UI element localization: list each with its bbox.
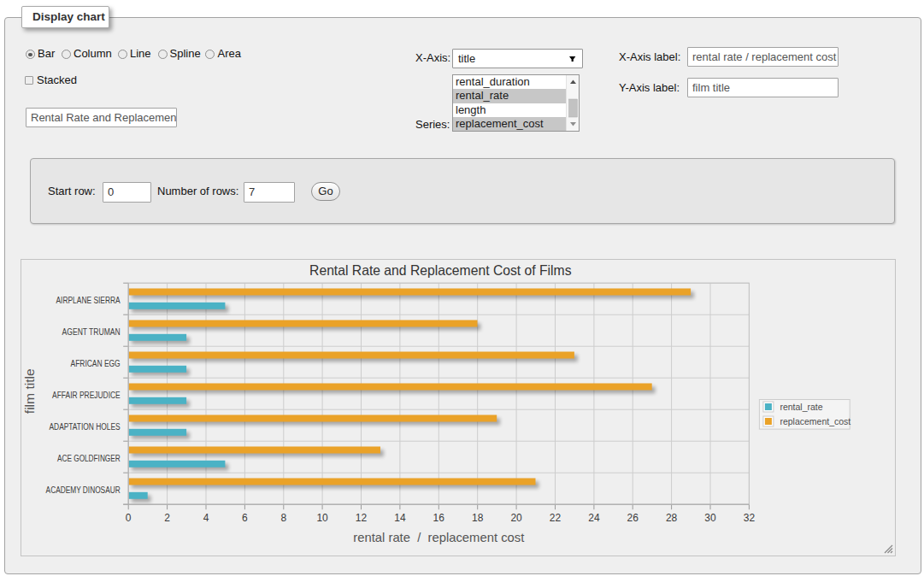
svg-text:AGENT TRUMAN: AGENT TRUMAN (62, 327, 121, 337)
svg-text:26: 26 (627, 512, 639, 524)
svg-text:32: 32 (744, 512, 756, 524)
svg-text:6: 6 (242, 512, 248, 524)
svg-text:14: 14 (394, 512, 406, 524)
svg-text:Rental Rate and Replacement Co: Rental Rate and Replacement Cost of Film… (309, 262, 572, 278)
svg-text:8: 8 (280, 512, 286, 524)
svg-text:AFFAIR PREJUDICE: AFFAIR PREJUDICE (52, 391, 121, 400)
svg-text:12: 12 (356, 512, 368, 524)
svg-text:ACADEMY DINOSAUR: ACADEMY DINOSAUR (46, 485, 121, 495)
svg-text:24: 24 (588, 512, 600, 524)
svg-text:16: 16 (433, 512, 445, 524)
svg-text:18: 18 (472, 512, 484, 524)
svg-text:0: 0 (126, 512, 132, 524)
svg-text:4: 4 (203, 512, 209, 524)
svg-text:ACE GOLDFINGER: ACE GOLDFINGER (57, 454, 121, 463)
svg-text:rental_rate: rental_rate (780, 402, 822, 412)
svg-text:2: 2 (164, 512, 170, 524)
svg-text:rental rate / replacement co: rental rate / replacement cost (353, 531, 524, 544)
svg-text:replacement_cost: replacement_cost (780, 416, 850, 426)
svg-text:22: 22 (550, 512, 562, 524)
svg-text:30: 30 (704, 512, 716, 524)
svg-text:film title: film title (24, 368, 38, 414)
svg-text:AIRPLANE SIERRA: AIRPLANE SIERRA (56, 296, 121, 305)
svg-text:28: 28 (666, 512, 678, 524)
svg-text:10: 10 (316, 512, 328, 524)
svg-text:ADAPTATION HOLES: ADAPTATION HOLES (50, 422, 121, 432)
svg-text:AFRICAN EGG: AFRICAN EGG (71, 359, 121, 368)
svg-text:20: 20 (510, 512, 522, 524)
